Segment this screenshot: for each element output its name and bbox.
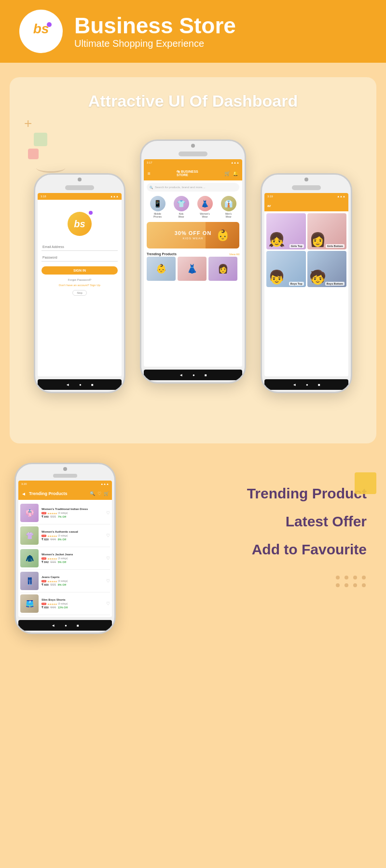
bottom-status-bar: 3:20 ▲▲▲ [18, 481, 112, 487]
rating-badge-2: 0.0 [41, 535, 46, 537]
skip-button[interactable]: Skip [72, 290, 87, 296]
cat-men[interactable]: 👔 Men'sWear [221, 196, 236, 218]
product-item-5[interactable]: 🩳 Slim Boys Shorts 0.0 ★★★★★ (0 ratings)… [20, 592, 110, 615]
dot-6 [345, 583, 348, 587]
search-icon: 🔍 [150, 186, 153, 189]
login-screen: 3:18 ▲▲▲ bs [38, 193, 122, 376]
rating-count-4: (0 ratings) [58, 580, 68, 582]
cat-women-label: Women'sWear [200, 212, 210, 218]
product-item-2[interactable]: 👚 Women's Authentic casual 0.0 ★★★★★ (0 … [20, 524, 110, 547]
status-icons-left: ▲▲▲ [110, 195, 119, 198]
product-price-1: ₹ 840 ₹₹₹ 7% Off [41, 515, 103, 518]
nav-back[interactable]: ◄ [66, 383, 69, 387]
bell-icon[interactable]: 🔔 [233, 171, 238, 176]
fav-icon-1[interactable]: ♡ [106, 510, 110, 515]
product-img-3: 🧥 [20, 549, 39, 567]
product-info-3: Women's Jacket Jeans 0.0 ★★★★★ (0 rating… [41, 553, 103, 564]
login-logo-bg: bs [68, 212, 92, 236]
trend-item-2[interactable]: 👗 [178, 257, 207, 281]
status-icons-center: ▲▲▲ [231, 161, 239, 164]
center-nav-back[interactable]: ◄ [179, 373, 183, 377]
status-icons-right: ▲▲▲ [337, 195, 345, 198]
login-logo-text: bs [74, 219, 85, 230]
right-phone-navbar: ◄ ● ■ [264, 379, 348, 390]
cat-women[interactable]: 👗 Women'sWear [197, 196, 213, 218]
fav-icon-3[interactable]: ♡ [106, 556, 110, 561]
product-name-3: Women's Jacket Jeans [41, 553, 103, 557]
nav-recent[interactable]: ■ [91, 383, 94, 387]
product-item-4[interactable]: 👖 Jeans Capris 0.0 ★★★★★ (0 ratings) ₹ 6… [20, 570, 110, 592]
cart-icon-trending[interactable]: 🛒 [104, 491, 109, 496]
dashboard-phone: 3:17 ▲▲▲ ≡ 🛍 BUSINESSSTORE 🛒 🔔 🔍 Searc [140, 139, 246, 384]
cat-boys-bottom[interactable]: 🧒 Boys Bottom [307, 251, 347, 287]
hamburger-icon[interactable]: ≡ [148, 171, 151, 176]
status-time-right: 3:19 [267, 195, 273, 198]
product-name-2: Women's Authentic casual [41, 530, 103, 534]
view-all-link[interactable]: View All [229, 253, 239, 256]
right-nav-recent[interactable]: ■ [318, 383, 320, 387]
login-links: Forgot Password? Don't have an account? … [59, 277, 100, 288]
trending-screen-title: Trending Products [29, 491, 87, 496]
product-rating-1: 0.0 ★★★★★ (0 ratings) [41, 512, 103, 515]
girls-bottom-label: Girls Bottom [326, 244, 345, 248]
heart-icon-trending[interactable]: ♡ [97, 491, 101, 496]
right-nav-home[interactable]: ● [306, 383, 308, 387]
dot-1 [336, 576, 340, 579]
trending-phone: 3:20 ▲▲▲ ◄ Trending Products 🔍 ♡ 🛒 [14, 463, 116, 634]
girls-top-image: 👧 [266, 230, 287, 249]
cat-mobile-label: MobilePhones [153, 212, 162, 218]
right-nav-back[interactable]: ◄ [292, 383, 296, 387]
cat-girls-top[interactable]: 👧 Girls Top [266, 213, 306, 249]
product-rating-2: 0.0 ★★★★★ (0 ratings) [41, 535, 103, 537]
app-header-icons: 🛒 🔔 [224, 171, 238, 176]
dot-2 [345, 576, 348, 579]
rating-badge-5: 0.0 [41, 603, 46, 605]
trend-item-3[interactable]: 👩 [208, 257, 237, 281]
cat-kids[interactable]: 👕 KidsWear [174, 196, 189, 218]
bottom-nav-recent[interactable]: ■ [77, 623, 79, 628]
cat-women-img: 👗 [197, 196, 213, 211]
back-arrow-icon[interactable]: ◄ [21, 491, 26, 496]
fav-icon-4[interactable]: ♡ [106, 579, 110, 583]
product-img-2: 👚 [20, 526, 39, 545]
boys-top-label: Boys Top [289, 282, 304, 286]
product-item-3[interactable]: 🧥 Women's Jacket Jeans 0.0 ★★★★★ (0 rati… [20, 547, 110, 570]
status-time-left: 3:18 [41, 195, 46, 198]
search-bar[interactable]: 🔍 Search for products, brand and more...… [147, 183, 239, 192]
email-field[interactable] [41, 243, 118, 251]
bottom-phone-navbar: ◄ ● ■ [18, 620, 112, 631]
promo-banner: 30% OFF ON KIDS WEAR 👶 [147, 222, 239, 248]
trending-product-screen: 3:20 ▲▲▲ ◄ Trending Products 🔍 ♡ 🛒 [18, 481, 112, 617]
cat-boys-top[interactable]: 👦 Boys Top [266, 251, 306, 287]
categories-screen: 3:19 ▲▲▲ ar 👧 Girls Top 👩 Girls Bot [264, 193, 348, 376]
fav-icon-5[interactable]: ♡ [106, 601, 110, 606]
product-name-1: Women's Traditional Indian Dress [41, 508, 103, 511]
fav-icon-2[interactable]: ♡ [106, 533, 110, 538]
app-logo-center: 🛍 BUSINESSSTORE [177, 170, 198, 177]
app-tagline: Ultimate Shopping Experience [74, 38, 236, 49]
trend-item-1[interactable]: 👶 [147, 257, 176, 281]
search-icon-trending[interactable]: 🔍 [90, 491, 95, 496]
product-item-1[interactable]: 👘 Women's Traditional Indian Dress 0.0 ★… [20, 502, 110, 524]
feature1: Trending Product [130, 482, 367, 505]
center-phone-camera [191, 144, 195, 148]
bottom-nav-back[interactable]: ◄ [51, 623, 55, 628]
bottom-nav-home[interactable]: ● [65, 623, 67, 628]
forgot-password-link[interactable]: Forgot Password? [59, 277, 100, 283]
cat-mobile[interactable]: 📱 MobilePhones [150, 196, 165, 218]
nav-home[interactable]: ● [79, 383, 82, 387]
center-nav-home[interactable]: ● [193, 373, 195, 377]
bottom-phone-camera [63, 467, 67, 471]
center-nav-recent[interactable]: ■ [205, 373, 207, 377]
rating-stars-1: ★★★★★ [47, 512, 57, 515]
rating-badge-3: 0.0 [41, 557, 46, 560]
feature-text: Trending Product Latest Offer Add to Fav… [130, 482, 367, 561]
left-phone-navbar: ◄ ● ■ [38, 379, 122, 390]
rating-stars-2: ★★★★★ [47, 535, 57, 537]
cart-icon[interactable]: 🛒 [224, 171, 230, 176]
cat-girls-bottom[interactable]: 👩 Girls Bottom [307, 213, 347, 249]
dashboard-screen: 3:17 ▲▲▲ ≡ 🛍 BUSINESSSTORE 🛒 🔔 🔍 Searc [144, 159, 242, 367]
bottom-section: 3:20 ▲▲▲ ◄ Trending Products 🔍 ♡ 🛒 [10, 463, 376, 634]
sign-in-button[interactable]: SIGN IN [41, 266, 118, 275]
password-field[interactable] [41, 254, 118, 262]
